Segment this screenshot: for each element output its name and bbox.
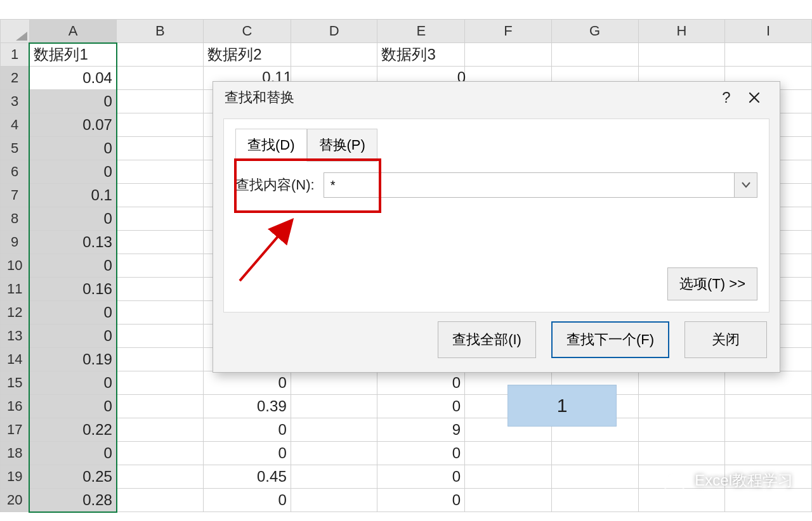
cell-A12[interactable]: 0 [29, 301, 117, 325]
cell-E19[interactable]: 0 [377, 465, 465, 489]
cell-B4[interactable] [117, 113, 204, 137]
cell-D20[interactable] [291, 489, 377, 512]
row-header-2[interactable]: 2 [1, 67, 30, 90]
cell-A11[interactable]: 0.16 [29, 278, 117, 301]
cell-G1[interactable] [551, 43, 638, 67]
cell-D19[interactable] [291, 465, 377, 489]
cell-F18[interactable] [465, 442, 552, 465]
dialog-titlebar[interactable]: 查找和替换 ? [213, 82, 780, 113]
cell-G20[interactable] [551, 489, 638, 512]
cell-B10[interactable] [117, 254, 204, 278]
select-all-corner[interactable] [1, 20, 30, 43]
col-header-A[interactable]: A [29, 20, 117, 43]
cell-H16[interactable] [638, 395, 725, 418]
tab-replace[interactable]: 替换(P) [307, 129, 377, 162]
cell-A19[interactable]: 0.25 [29, 465, 117, 489]
col-header-G[interactable]: G [551, 20, 638, 43]
cell-H18[interactable] [638, 442, 725, 465]
col-header-B[interactable]: B [117, 20, 204, 43]
close-icon[interactable] [740, 84, 768, 112]
cell-B8[interactable] [117, 207, 204, 231]
cell-F1[interactable] [465, 43, 552, 67]
cell-A3[interactable]: 0 [29, 90, 117, 113]
cell-E17[interactable]: 9 [377, 418, 465, 442]
cell-C20[interactable]: 0 [204, 489, 291, 512]
cell-A17[interactable]: 0.22 [29, 418, 117, 442]
find-history-dropdown[interactable] [735, 172, 757, 198]
cell-B12[interactable] [117, 301, 204, 325]
row-header-18[interactable]: 18 [1, 442, 30, 465]
cell-B5[interactable] [117, 137, 204, 160]
cell-G19[interactable] [551, 465, 638, 489]
cell-D16[interactable] [291, 395, 377, 418]
row-header-17[interactable]: 17 [1, 418, 30, 442]
row-header-3[interactable]: 3 [1, 90, 30, 113]
cell-C17[interactable]: 0 [204, 418, 291, 442]
cell-A6[interactable]: 0 [29, 160, 117, 184]
row-header-19[interactable]: 19 [1, 465, 30, 489]
row-header-5[interactable]: 5 [1, 137, 30, 160]
find-all-button[interactable]: 查找全部(I) [438, 321, 536, 358]
cell-I18[interactable] [725, 442, 812, 465]
cell-B2[interactable] [117, 67, 204, 90]
cell-B13[interactable] [117, 325, 204, 348]
find-input[interactable] [324, 172, 735, 198]
row-header-14[interactable]: 14 [1, 348, 30, 371]
row-header-1[interactable]: 1 [1, 43, 30, 67]
row-header-20[interactable]: 20 [1, 489, 30, 512]
cell-I15[interactable] [725, 371, 812, 395]
col-header-E[interactable]: E [377, 20, 465, 43]
options-button[interactable]: 选项(T) >> [667, 267, 757, 300]
cell-D15[interactable] [291, 371, 377, 395]
row-header-4[interactable]: 4 [1, 113, 30, 137]
cell-A13[interactable]: 0 [29, 325, 117, 348]
cell-B14[interactable] [117, 348, 204, 371]
help-icon[interactable]: ? [712, 84, 740, 112]
tab-find[interactable]: 查找(D) [235, 129, 307, 162]
cell-B1[interactable] [117, 43, 204, 67]
cell-B16[interactable] [117, 395, 204, 418]
cell-B19[interactable] [117, 465, 204, 489]
cell-A7[interactable]: 0.1 [29, 184, 117, 207]
cell-H15[interactable] [638, 371, 725, 395]
cell-B3[interactable] [117, 90, 204, 113]
cell-F19[interactable] [465, 465, 552, 489]
cell-B6[interactable] [117, 160, 204, 184]
cell-A9[interactable]: 0.13 [29, 231, 117, 254]
cell-B11[interactable] [117, 278, 204, 301]
cell-H1[interactable] [638, 43, 725, 67]
cell-A16[interactable]: 0 [29, 395, 117, 418]
cell-A1[interactable]: 数据列1 [29, 43, 117, 67]
cell-C19[interactable]: 0.45 [204, 465, 291, 489]
cell-F20[interactable] [465, 489, 552, 512]
col-header-C[interactable]: C [204, 20, 291, 43]
row-header-13[interactable]: 13 [1, 325, 30, 348]
cell-D18[interactable] [291, 442, 377, 465]
cell-E15[interactable]: 0 [377, 371, 465, 395]
col-header-H[interactable]: H [638, 20, 725, 43]
cell-A4[interactable]: 0.07 [29, 113, 117, 137]
cell-E18[interactable]: 0 [377, 442, 465, 465]
cell-E16[interactable]: 0 [377, 395, 465, 418]
cell-A20[interactable]: 0.28 [29, 489, 117, 512]
row-header-7[interactable]: 7 [1, 184, 30, 207]
cell-I16[interactable] [725, 395, 812, 418]
cell-D1[interactable] [291, 43, 377, 67]
row-header-12[interactable]: 12 [1, 301, 30, 325]
cell-A2[interactable]: 0.04 [29, 67, 117, 90]
cell-A14[interactable]: 0.19 [29, 348, 117, 371]
row-header-11[interactable]: 11 [1, 278, 30, 301]
cell-B15[interactable] [117, 371, 204, 395]
col-header-F[interactable]: F [465, 20, 552, 43]
cell-D17[interactable] [291, 418, 377, 442]
cell-B20[interactable] [117, 489, 204, 512]
cell-I1[interactable] [725, 43, 812, 67]
row-header-16[interactable]: 16 [1, 395, 30, 418]
cell-E20[interactable]: 0 [377, 489, 465, 512]
cell-A10[interactable]: 0 [29, 254, 117, 278]
cell-A15[interactable]: 0 [29, 371, 117, 395]
cell-B18[interactable] [117, 442, 204, 465]
cell-C16[interactable]: 0.39 [204, 395, 291, 418]
cell-C15[interactable]: 0 [204, 371, 291, 395]
col-header-D[interactable]: D [291, 20, 377, 43]
